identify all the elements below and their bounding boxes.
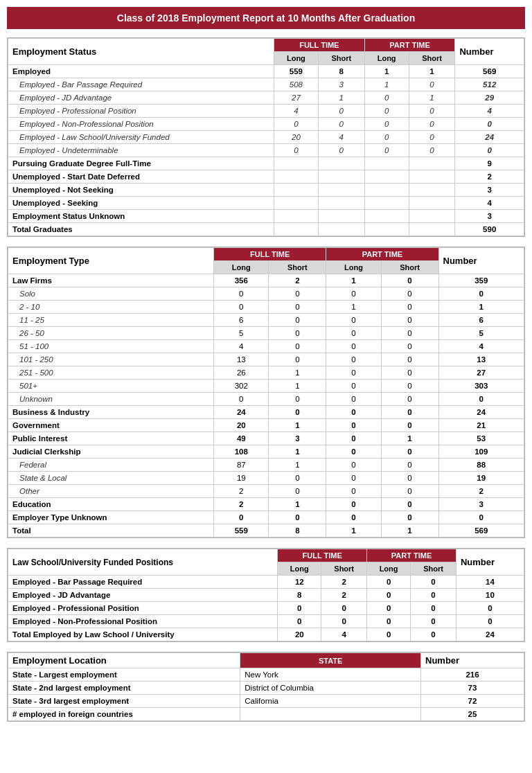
ft-long-val: 0 <box>214 301 269 314</box>
row-label: State - 3rd largest employment <box>8 695 240 708</box>
row-label: Employed - JD Advantage <box>8 589 278 602</box>
pt-short-val: 0 <box>411 589 456 602</box>
pt-short-header-1: Short <box>409 52 455 65</box>
pt-short-val: 0 <box>381 445 438 459</box>
ft-short-val: 2 <box>321 589 367 602</box>
ft-short-header-2: Short <box>269 261 326 274</box>
row-label: 251 - 500 <box>8 366 214 380</box>
row-label: Employment Status Unknown <box>8 210 274 223</box>
ft-long-val: 302 <box>214 380 269 393</box>
ft-short-val <box>318 184 364 197</box>
row-label: Unknown <box>8 393 214 406</box>
row-label: Employed - Non-Professional Position <box>8 118 274 131</box>
row-label: Law Firms <box>8 274 214 287</box>
ft-long-val: 0 <box>214 393 269 406</box>
table-row: Employed - Non-Professional Position 0 0… <box>8 118 524 131</box>
table-row: Education 2 1 0 0 3 <box>8 498 524 511</box>
full-time-header-1: FULL TIME <box>274 39 364 52</box>
pt-long-val: 0 <box>326 327 381 340</box>
pt-long-val: 0 <box>364 118 409 131</box>
pt-long-val: 0 <box>367 615 411 628</box>
part-time-header-2: PART TIME <box>326 248 438 261</box>
ft-long-header-2: Long <box>214 261 269 274</box>
ft-short-val: 0 <box>269 485 326 498</box>
pt-long-val: 0 <box>326 366 381 380</box>
number-val: 10 <box>456 589 524 602</box>
ft-long-val: 559 <box>214 524 269 537</box>
ft-short-val <box>318 197 364 210</box>
ft-short-val <box>318 210 364 223</box>
table-row: Employed - JD Advantage 27 1 0 1 29 <box>8 91 524 105</box>
ft-long-val: 5 <box>214 327 269 340</box>
ft-short-val: 0 <box>269 511 326 524</box>
ft-short-val <box>318 223 364 236</box>
row-label: Unemployed - Seeking <box>8 197 274 210</box>
pt-short-val <box>409 223 455 236</box>
ft-short-val: 4 <box>321 628 367 641</box>
pt-long-val: 0 <box>326 498 381 511</box>
table-row: Employed - Bar Passage Required 508 3 1 … <box>8 78 524 91</box>
table-row: Unemployed - Not Seeking 3 <box>8 184 524 197</box>
pt-long-val: 1 <box>364 78 409 91</box>
ft-short-val: 0 <box>318 118 364 131</box>
employment-location-header: Employment Location <box>8 653 240 668</box>
state-header: STATE <box>240 653 421 668</box>
pt-long-val <box>364 157 409 170</box>
table-row: State & Local 19 0 0 0 19 <box>8 472 524 485</box>
ft-long-val <box>274 184 318 197</box>
pt-long-header-1: Long <box>364 52 409 65</box>
table-row: 11 - 25 6 0 0 0 6 <box>8 314 524 327</box>
ft-long-val: 6 <box>214 314 269 327</box>
ft-short-val: 0 <box>321 615 367 628</box>
pt-short-val: 0 <box>411 576 456 589</box>
employment-type-section: Employment Type FULL TIME PART TIME Numb… <box>7 247 525 538</box>
number-val: 6 <box>438 314 524 327</box>
ft-short-header-1: Short <box>318 52 364 65</box>
row-label: 26 - 50 <box>8 327 214 340</box>
number-val: 14 <box>456 576 524 589</box>
ft-long-val <box>274 157 318 170</box>
ft-long-val: 49 <box>214 432 269 445</box>
ft-short-val: 8 <box>318 65 364 78</box>
pt-short-val <box>409 157 455 170</box>
row-label: 2 - 10 <box>8 301 214 314</box>
number-val: 109 <box>438 445 524 459</box>
pt-short-val: 0 <box>411 602 456 615</box>
table-row: Federal 87 1 0 0 88 <box>8 459 524 472</box>
pt-long-val: 1 <box>364 65 409 78</box>
number-val: 2 <box>455 170 524 184</box>
number-val: 53 <box>438 432 524 445</box>
ft-short-val: 0 <box>269 406 326 419</box>
state-val: New York <box>240 668 421 682</box>
row-label: Government <box>8 419 214 432</box>
pt-short-val: 0 <box>381 274 438 287</box>
number-val: 73 <box>421 682 524 695</box>
ft-long-val: 26 <box>214 366 269 380</box>
employment-location-section: Employment Location STATE Number State -… <box>7 652 525 722</box>
number-val: 24 <box>455 131 524 144</box>
table-row: Employed - Law School/University Funded … <box>8 131 524 144</box>
table-row: Employed - Undeterminable 0 0 0 0 0 <box>8 144 524 157</box>
pt-long-val <box>364 210 409 223</box>
number-val: 21 <box>438 419 524 432</box>
ft-short-val: 1 <box>269 498 326 511</box>
ft-short-val: 2 <box>321 576 367 589</box>
pt-long-val: 0 <box>326 380 381 393</box>
pt-long-val: 0 <box>326 314 381 327</box>
pt-short-val: 0 <box>381 511 438 524</box>
pt-long-val: 1 <box>326 524 381 537</box>
ft-long-val: 13 <box>214 353 269 366</box>
ft-long-val: 0 <box>274 144 318 157</box>
table-row: Employment Status Unknown 3 <box>8 210 524 223</box>
table-row: 26 - 50 5 0 0 0 5 <box>8 327 524 340</box>
pt-long-val: 0 <box>364 91 409 105</box>
pt-long-val: 0 <box>326 459 381 472</box>
pt-short-val: 0 <box>381 485 438 498</box>
table-row: 51 - 100 4 0 0 0 4 <box>8 340 524 353</box>
row-label: Judicial Clerkship <box>8 445 214 459</box>
pt-short-val: 0 <box>409 131 455 144</box>
ft-long-val: 508 <box>274 78 318 91</box>
row-label: Employed - Undeterminable <box>8 144 274 157</box>
table-row: 2 - 10 0 0 1 0 1 <box>8 301 524 314</box>
row-label: Unemployed - Not Seeking <box>8 184 274 197</box>
